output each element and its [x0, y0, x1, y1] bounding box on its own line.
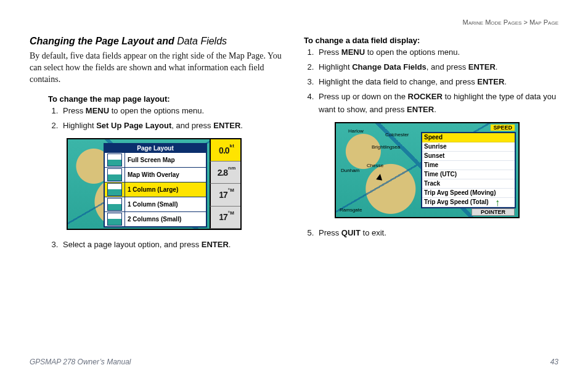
kw-enter: ENTER	[477, 77, 504, 86]
layout-thumb-icon	[107, 183, 122, 196]
map-label: Colchester	[385, 132, 409, 137]
steps-change-data-field-cont: Press QUIT to exit.	[304, 227, 558, 239]
figure-data-fields: Harlow Colchester Brightlingsea Dunham C…	[335, 122, 520, 218]
title-part-2: Page Layout and	[96, 36, 174, 46]
field-header-pointer: POINTER	[472, 208, 515, 216]
t: .	[240, 121, 243, 130]
label: 2 Columns (Small)	[128, 216, 181, 223]
left-column: Changing the Page Layout and Data Fields…	[30, 36, 284, 257]
drow-5: Track	[422, 179, 515, 189]
t: Select a page layout option, and press	[63, 240, 202, 249]
title-part-1: Changing the	[30, 36, 96, 46]
figure-page-layout: 0.0k t 2.8n m 17° M 17° M Page Layout Fu…	[67, 138, 242, 230]
r-step-5: Press QUIT to exit.	[316, 227, 558, 239]
kw-enter: ENTER	[407, 105, 434, 114]
data-cell-3: 17° M	[210, 207, 242, 229]
t: .	[434, 105, 436, 114]
drow-2: Sunset	[422, 152, 515, 161]
t: Highlight	[319, 62, 352, 72]
right-column: To change a data field display: Press ME…	[304, 36, 558, 257]
data-fields-column: 0.0k t 2.8n m 17° M 17° M	[210, 139, 242, 229]
label: 1 Column (Small)	[128, 201, 178, 208]
t: .	[229, 240, 231, 249]
r-step-1: Press MENU to open the options menu.	[316, 46, 558, 59]
kw-quit: QUIT	[341, 228, 361, 237]
step-3: Select a page layout option, and press E…	[60, 239, 284, 251]
t: to exit.	[361, 228, 386, 237]
layout-thumb-icon	[107, 213, 122, 226]
steps-change-data-field: Press MENU to open the options menu. Hig…	[304, 46, 558, 116]
t: to open the options menu.	[109, 106, 204, 115]
arrow-up-icon: ↑	[495, 197, 500, 208]
kw-rocker: ROCKER	[408, 92, 443, 101]
u: k t	[230, 143, 234, 149]
menu-row-3: 1 Column (Small)	[105, 197, 206, 211]
label: 1 Column (Large)	[128, 186, 178, 193]
kw-menu: MENU	[341, 47, 365, 57]
intro-paragraph: By default, five data fields appear on t…	[30, 51, 284, 86]
menu-row-2-selected: 1 Column (Large)	[105, 182, 206, 197]
v: 2.8	[218, 168, 227, 178]
v: 0.0	[219, 145, 229, 155]
menu-row-0: Full Screen Map	[105, 152, 206, 167]
data-cell-1: 2.8n m	[210, 162, 242, 184]
t: .	[504, 77, 507, 86]
popup-title: Page Layout	[105, 144, 206, 152]
page-layout-popup: Page Layout Full Screen Map Map With Ove…	[104, 143, 207, 227]
label: Full Screen Map	[128, 157, 175, 163]
footer-title: GPSMAP 278 Owner’s Manual	[30, 358, 131, 366]
drow-7: Trip Avg Speed (Total)	[422, 198, 515, 207]
page-footer: GPSMAP 278 Owner’s Manual 43	[30, 358, 558, 366]
label: Map With Overlay	[128, 171, 179, 178]
map-label: Ramsgate	[340, 207, 362, 213]
breadcrumb-sep: >	[521, 18, 529, 26]
kw-menu: MENU	[86, 106, 109, 115]
data-cell-0: 0.0k t	[210, 139, 242, 162]
steps-change-layout: Press MENU to open the options menu. Hig…	[48, 105, 284, 132]
boat-icon	[376, 173, 383, 181]
r-step-2: Highlight Change Data Fields, and press …	[316, 61, 558, 73]
kw-enter: ENTER	[468, 62, 496, 72]
section-title: Changing the Page Layout and Data Fields	[30, 36, 284, 47]
drow-6: Trip Avg Speed (Moving)	[422, 189, 515, 198]
t: Press	[319, 228, 341, 237]
steps-change-layout-cont: Select a page layout option, and press E…	[48, 239, 284, 251]
kw-change-data-fields: Change Data Fields	[352, 62, 427, 72]
title-part-3: Data Fields	[174, 36, 227, 46]
map-label: Harlow	[348, 128, 364, 134]
breadcrumb-section: Marine Mode Pages	[463, 18, 522, 26]
subheading-change-layout: To change the map page layout:	[48, 94, 284, 104]
drow-4: Time (UTC)	[422, 170, 515, 179]
data-field-popup: Speed Sunrise Sunset Time Time (UTC) Tra…	[421, 132, 516, 208]
r-step-4: Press up or down on the ROCKER to highli…	[316, 91, 558, 115]
v: 17	[219, 190, 227, 200]
breadcrumb: Marine Mode Pages > Map Page	[463, 18, 558, 26]
map-label: Chesse	[367, 163, 383, 168]
drow-3: Time	[422, 161, 515, 170]
layout-thumb-icon	[107, 168, 122, 181]
step-1: Press MENU to open the options menu.	[60, 105, 284, 117]
t: , and press	[427, 62, 468, 72]
page-number: 43	[550, 358, 558, 366]
t: Highlight the data field to change, and …	[319, 77, 477, 86]
u: ° M	[228, 187, 234, 193]
data-cell-2: 17° M	[210, 184, 242, 206]
kw-enter: ENTER	[202, 240, 229, 249]
kw-setup-page-layout: Set Up Page Layout	[96, 121, 171, 130]
drow-1: Sunrise	[422, 142, 515, 152]
layout-thumb-icon	[107, 198, 122, 211]
t: , and press	[171, 121, 213, 130]
breadcrumb-page: Map Page	[529, 18, 558, 26]
map-label: Dunham	[341, 168, 359, 173]
t: Press	[63, 106, 86, 115]
t: Press up or down on the	[319, 92, 408, 101]
subheading-change-data-field: To change a data field display:	[304, 36, 558, 45]
map-label: Brightlingsea	[372, 144, 400, 150]
menu-row-1: Map With Overlay	[105, 167, 206, 182]
t: .	[496, 62, 498, 72]
v: 17	[219, 212, 227, 222]
layout-thumb-icon	[107, 154, 122, 166]
r-step-3: Highlight the data field to change, and …	[316, 76, 558, 88]
kw-enter: ENTER	[213, 121, 240, 130]
drow-0-selected: Speed	[422, 133, 515, 142]
